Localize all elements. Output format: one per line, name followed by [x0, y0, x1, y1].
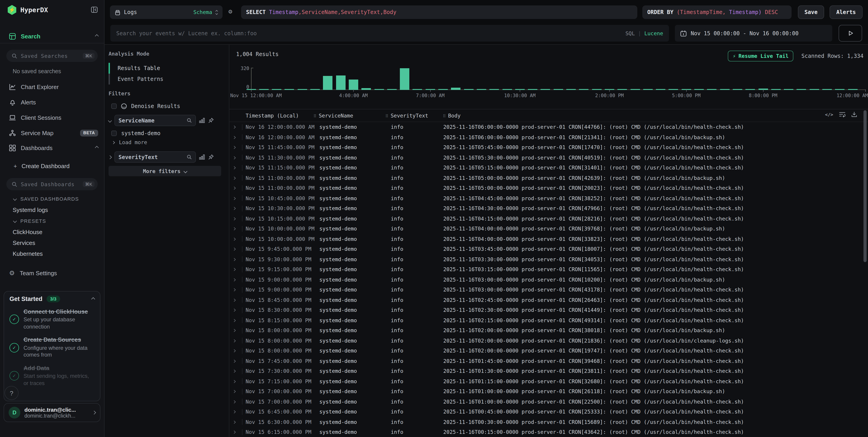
table-row[interactable]: Nov 15 6:45:00.000 PMsystemd-demoinfo202…	[229, 407, 864, 417]
run-query-button[interactable]	[839, 25, 862, 41]
row-expand-icon[interactable]	[232, 319, 236, 322]
table-row[interactable]: Nov 15 9:00:00.000 PMsystemd-demoinfo202…	[229, 285, 864, 295]
table-row[interactable]: Nov 15 9:45:00.000 PMsystemd-demoinfo202…	[229, 244, 864, 254]
resume-live-tail-button[interactable]: ⚡ Resume Live Tail	[728, 51, 794, 62]
table-row[interactable]: Nov 15 11:00:00.000 PMsystemd-demoinfo20…	[229, 173, 864, 183]
facet-search-box[interactable]: ServiceName	[115, 115, 196, 126]
histogram-bars[interactable]	[229, 68, 868, 90]
table-row[interactable]: Nov 15 6:30:00.000 PMsystemd-demoinfo202…	[229, 417, 864, 427]
row-expand-icon[interactable]	[232, 360, 236, 363]
facet-value-row[interactable]: systemd-demo	[111, 130, 160, 136]
table-row[interactable]: Nov 15 8:45:00.000 PMsystemd-demoinfo202…	[229, 295, 864, 305]
table-row[interactable]: Nov 15 8:15:00.000 PMsystemd-demoinfo202…	[229, 315, 864, 325]
col-severitytext[interactable]: ⠿SeverityText	[385, 112, 443, 119]
row-expand-icon[interactable]	[232, 126, 236, 129]
row-expand-icon[interactable]	[232, 329, 236, 332]
chevron-right-icon[interactable]	[108, 155, 112, 159]
table-row[interactable]: Nov 15 9:00:00.000 PMsystemd-demoinfo202…	[229, 274, 864, 285]
histogram-bar[interactable]	[336, 76, 345, 90]
download-icon[interactable]	[851, 112, 857, 117]
row-expand-icon[interactable]	[232, 390, 236, 393]
row-expand-icon[interactable]	[232, 166, 236, 169]
lucene-toggle[interactable]: Lucene	[644, 30, 663, 36]
row-expand-icon[interactable]	[232, 237, 236, 240]
row-expand-icon[interactable]	[232, 248, 236, 250]
row-expand-icon[interactable]	[232, 156, 236, 159]
get-started-step[interactable]: ✓ Create Data Sources Configure where yo…	[9, 336, 95, 359]
preset-link-clickhouse[interactable]: ClickHouse	[13, 229, 42, 235]
table-row[interactable]: Nov 15 10:00:00.000 PMsystemd-demoinfo20…	[229, 224, 864, 234]
load-more[interactable]: Load more	[112, 139, 147, 145]
col-timestamp[interactable]: Timestamp (Local)	[243, 112, 313, 119]
row-expand-icon[interactable]	[232, 258, 236, 261]
more-filters-button[interactable]: More filters	[108, 166, 221, 176]
table-row[interactable]: Nov 15 10:15:00.000 PMsystemd-demoinfo20…	[229, 213, 864, 224]
help-button[interactable]: ?	[4, 386, 19, 400]
source-select[interactable]: Logs Schema	[110, 5, 222, 19]
row-expand-icon[interactable]	[232, 410, 236, 413]
row-expand-icon[interactable]	[232, 197, 236, 200]
table-row[interactable]: Nov 15 11:45:00.000 PMsystemd-demoinfo20…	[229, 142, 864, 153]
row-expand-icon[interactable]	[232, 278, 236, 281]
order-by-input[interactable]: ORDER BY (TimestampTime, Timestamp) DESC	[642, 5, 792, 19]
row-expand-icon[interactable]	[232, 288, 236, 291]
row-expand-icon[interactable]	[232, 349, 236, 352]
table-row[interactable]: Nov 15 10:30:00.000 PMsystemd-demoinfo20…	[229, 203, 864, 213]
table-row[interactable]: Nov 15 11:15:00.000 PMsystemd-demoinfo20…	[229, 163, 864, 173]
saved-dashboards-section[interactable]: SAVED DASHBOARDS	[13, 196, 79, 202]
chevron-up-icon[interactable]	[91, 297, 95, 301]
dashboard-link-systemd-logs[interactable]: Systemd logs	[13, 206, 48, 213]
facet-pin-icon[interactable]	[208, 117, 214, 123]
facet-chart-icon[interactable]	[199, 154, 205, 160]
source-settings-gear-icon[interactable]: ⚙	[228, 8, 232, 15]
sidebar-item-alerts[interactable]: Alerts	[0, 97, 104, 107]
mode-event-patterns[interactable]: Event Patterns	[108, 74, 217, 85]
date-range-picker[interactable]: Nov 15 00:00:00 - Nov 16 00:00:00	[675, 25, 832, 41]
row-expand-icon[interactable]	[232, 299, 236, 301]
table-row[interactable]: Nov 15 7:45:00.000 PMsystemd-demoinfo202…	[229, 356, 864, 366]
collapse-sidebar-icon[interactable]	[91, 6, 98, 13]
get-started-step[interactable]: ✓ Add Data Start sending logs, metrics, …	[9, 365, 95, 387]
get-started-step[interactable]: ✓ Connect to ClickHouse Set up your data…	[9, 308, 95, 331]
facet-search-box[interactable]: SeverityText	[115, 152, 196, 163]
row-expand-icon[interactable]	[232, 176, 236, 179]
row-expand-icon[interactable]	[232, 217, 236, 220]
table-row[interactable]: Nov 15 8:00:00.000 PMsystemd-demoinfo202…	[229, 325, 864, 336]
row-expand-icon[interactable]	[232, 400, 236, 403]
row-expand-icon[interactable]	[232, 136, 236, 139]
select-query-input[interactable]: SELECT Timestamp,ServiceName,SeverityTex…	[241, 5, 637, 19]
alerts-button[interactable]: Alerts	[830, 5, 863, 19]
denoise-checkbox[interactable]	[111, 103, 117, 109]
create-dashboard-button[interactable]: + Create Dashboard	[13, 163, 70, 169]
row-expand-icon[interactable]	[232, 339, 236, 342]
table-row[interactable]: Nov 15 8:00:00.000 PMsystemd-demoinfo202…	[229, 346, 864, 356]
sidebar-item-search[interactable]: Search	[0, 31, 104, 41]
table-row[interactable]: Nov 16 12:00:00.000 AMsystemd-demoinfo20…	[229, 132, 864, 142]
col-body[interactable]: ⠿Body	[443, 112, 868, 119]
preset-link-services[interactable]: Services	[13, 239, 35, 246]
presets-section[interactable]: PRESETS	[13, 218, 46, 224]
facet-chart-icon[interactable]	[199, 117, 205, 123]
table-row[interactable]: Nov 15 7:00:00.000 PMsystemd-demoinfo202…	[229, 386, 864, 397]
table-row[interactable]: Nov 15 10:00:00.000 PMsystemd-demoinfo20…	[229, 234, 864, 244]
facet-pin-icon[interactable]	[208, 154, 214, 160]
row-expand-icon[interactable]	[232, 431, 236, 434]
saved-searches-input[interactable]: Saved Searches ⌘K	[6, 50, 98, 62]
table-row[interactable]: Nov 15 8:30:00.000 PMsystemd-demoinfo202…	[229, 305, 864, 315]
table-row[interactable]: Nov 15 6:15:00.000 PMsystemd-demoinfo202…	[229, 427, 864, 437]
row-expand-icon[interactable]	[232, 207, 236, 210]
table-row[interactable]: Nov 15 11:00:00.000 PMsystemd-demoinfo20…	[229, 183, 864, 193]
table-row[interactable]: Nov 16 12:00:00.000 AMsystemd-demoinfo20…	[229, 122, 864, 132]
table-row[interactable]: Nov 15 7:15:00.000 PMsystemd-demoinfo202…	[229, 376, 864, 386]
row-expand-icon[interactable]	[232, 421, 236, 424]
save-button[interactable]: Save	[798, 5, 824, 19]
sql-toggle[interactable]: SQL	[625, 30, 635, 36]
row-expand-icon[interactable]	[232, 187, 236, 190]
sidebar-item-client-sessions[interactable]: Client Sessions	[0, 112, 104, 123]
facet-value-checkbox[interactable]	[111, 131, 117, 136]
saved-dashboards-input[interactable]: Saved Dashboards ⌘K	[6, 178, 98, 190]
logo[interactable]: ⚡ HyperDX	[7, 5, 48, 15]
col-servicename[interactable]: ⠿ServiceName	[313, 112, 385, 119]
chevron-down-icon[interactable]	[108, 119, 112, 123]
denoise-results-row[interactable]: Denoise Results	[111, 103, 180, 109]
